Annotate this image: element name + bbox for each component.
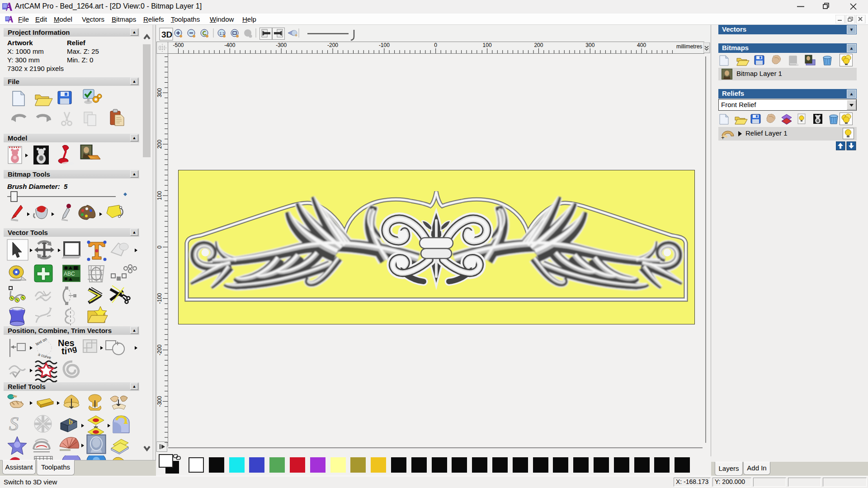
svg-text:400: 400 [637, 42, 646, 48]
svg-text:300: 300 [156, 88, 163, 97]
svg-text:b: b [69, 418, 73, 426]
svg-text:text on: text on [35, 337, 48, 347]
svg-text:ti: ti [61, 346, 67, 356]
svg-text:-400: -400 [224, 42, 235, 48]
svg-text:-500: -500 [173, 42, 184, 48]
svg-text:200: 200 [156, 140, 163, 149]
svg-text:200: 200 [534, 42, 543, 48]
svg-text:-100: -100 [156, 293, 163, 304]
svg-text:100: 100 [483, 42, 492, 48]
svg-text:-200: -200 [156, 344, 163, 355]
svg-text:100: 100 [156, 191, 163, 200]
svg-text:-300: -300 [156, 396, 163, 407]
svg-text:0: 0 [434, 42, 437, 48]
svg-text:300: 300 [585, 42, 594, 48]
svg-text:S: S [9, 413, 19, 434]
svg-text:3D: 3D [161, 30, 172, 39]
svg-text:ABC: ABC [64, 271, 75, 277]
svg-text:0: 0 [156, 245, 163, 249]
svg-text:-300: -300 [276, 42, 287, 48]
svg-text:ng: ng [66, 344, 78, 354]
svg-text:+: + [721, 134, 725, 140]
svg-text:-200: -200 [327, 42, 338, 48]
svg-text:-100: -100 [379, 42, 390, 48]
